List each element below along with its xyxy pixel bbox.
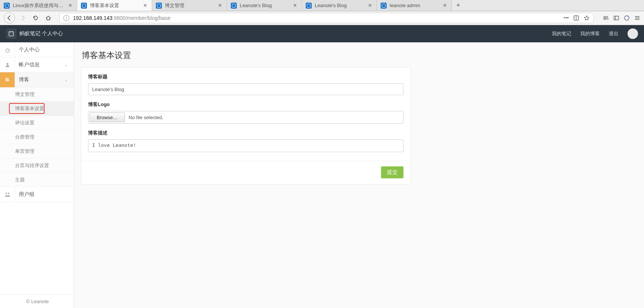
nav-logout[interactable]: 退出 <box>609 30 619 37</box>
sidebar-sub-label: 单页管理 <box>15 148 34 155</box>
svg-point-9 <box>6 193 7 194</box>
favicon-icon <box>81 3 87 9</box>
sidebar-item-label: 博客 <box>15 76 64 83</box>
divider <box>81 161 410 161</box>
sidebar-item-account[interactable]: 帐户信息 ⌄ <box>0 57 74 72</box>
close-icon[interactable]: ✕ <box>292 3 298 9</box>
sidebar: 个人中心 帐户信息 ⌄ B 博客 ⌄ 博文管理 博客基本设置 评论设置 分类管理… <box>0 42 74 308</box>
svg-rect-4 <box>9 31 13 36</box>
header-nav: 我的笔记 我的博客 退出 <box>552 28 638 39</box>
sidebar-sub-label: 主题 <box>15 176 25 183</box>
svg-point-5 <box>10 33 11 33</box>
new-tab-button[interactable]: + <box>452 0 465 11</box>
browse-button[interactable]: Browse… <box>90 112 125 122</box>
bookmark-star-icon[interactable] <box>584 15 590 21</box>
file-picker[interactable]: Browse… No file selected. <box>88 111 403 124</box>
nav-my-blog[interactable]: 我的博客 <box>580 30 600 37</box>
site-info-icon[interactable]: i <box>63 15 69 21</box>
close-icon[interactable]: ✕ <box>367 3 373 9</box>
app-header: 蚂蚁笔记 个人中心 我的笔记 我的博客 退出 <box>0 25 644 42</box>
sidebar-sub-blog-base[interactable]: 博客基本设置 <box>0 102 74 116</box>
tab-title: Leanote's Blog <box>240 3 290 8</box>
user-icon <box>0 57 15 72</box>
sidebar-sub-theme[interactable]: 主题 <box>0 173 74 187</box>
close-icon[interactable]: ✕ <box>67 3 73 9</box>
more-icon[interactable]: ••• <box>563 15 569 21</box>
close-icon[interactable]: ✕ <box>142 3 148 9</box>
favicon-icon <box>306 3 312 9</box>
svg-point-6 <box>12 33 13 33</box>
sidebar-footer: © Leanote <box>0 295 74 308</box>
form-actions: 提交 <box>88 166 403 178</box>
label-blog-title: 博客标题 <box>88 73 403 80</box>
favicon-icon <box>381 3 387 9</box>
sidebar-sub-comment[interactable]: 评论设置 <box>0 116 74 130</box>
submit-button[interactable]: 提交 <box>381 166 403 178</box>
input-blog-title[interactable] <box>88 83 403 95</box>
sidebar-sub-label: 分页与排序设置 <box>15 162 49 169</box>
browser-tab[interactable]: Leanote's Blog ✕ <box>302 0 377 11</box>
sidebar-item-label: 帐户信息 <box>15 61 64 68</box>
form-group-logo: 博客Logo Browse… No file selected. <box>88 101 403 124</box>
sidebar-toggle-icon[interactable] <box>613 15 619 21</box>
page-title: 博客基本设置 <box>82 50 637 61</box>
tab-title: leanote admin <box>390 3 439 8</box>
back-button[interactable] <box>4 12 15 24</box>
favicon-icon <box>4 3 10 9</box>
sidebar-item-usergroup[interactable]: 用户组 <box>0 187 74 202</box>
form-group-desc: 博客描述 <box>88 130 403 153</box>
browser-tab-strip: Linux操作系统使用与命令 ✕ 博客基本设置 ✕ 博文管理 ✕ Leanote… <box>0 0 644 11</box>
browser-toolbar: i 192.168.149.143:9800/member/blog/base … <box>0 11 644 25</box>
sidebar-sub-label: 评论设置 <box>15 120 34 126</box>
home-button[interactable] <box>43 13 53 23</box>
form-group-title: 博客标题 <box>88 73 403 95</box>
browser-tab[interactable]: 博文管理 ✕ <box>152 0 227 11</box>
tab-title: 博客基本设置 <box>90 2 140 9</box>
chevron-down-icon: ⌄ <box>64 77 74 82</box>
file-status: No file selected. <box>129 115 163 120</box>
browser-tab[interactable]: Linux操作系统使用与命令 ✕ <box>0 0 77 11</box>
browser-tab[interactable]: Leanote's Blog ✕ <box>227 0 302 11</box>
url-text: 192.168.149.143:9800/member/blog/base <box>73 15 170 21</box>
app-brand: 蚂蚁笔记 个人中心 <box>19 30 63 37</box>
address-bar[interactable]: i 192.168.149.143:9800/member/blog/base … <box>59 13 594 23</box>
svg-point-8 <box>6 63 8 65</box>
library-icon[interactable] <box>603 15 609 21</box>
label-blog-desc: 博客描述 <box>88 130 403 136</box>
sidebar-item-label: 用户组 <box>15 191 74 198</box>
shield-icon[interactable] <box>624 15 630 21</box>
browser-tab[interactable]: leanote admin ✕ <box>377 0 452 11</box>
avatar[interactable] <box>628 28 638 39</box>
sidebar-sub-single[interactable]: 单页管理 <box>0 144 74 158</box>
menu-icon[interactable] <box>634 15 640 21</box>
favicon-icon <box>231 3 237 9</box>
tab-title: Leanote's Blog <box>315 3 365 8</box>
sidebar-item-blog[interactable]: B 博客 ⌄ <box>0 72 74 87</box>
forward-button[interactable] <box>18 13 28 23</box>
input-blog-desc[interactable] <box>88 139 403 152</box>
tab-title: 博文管理 <box>165 2 215 9</box>
dashboard-icon <box>0 42 15 57</box>
reader-icon[interactable] <box>573 15 579 21</box>
chevron-down-icon: ⌄ <box>64 62 74 67</box>
reload-button[interactable] <box>31 13 40 23</box>
tab-title: Linux操作系统使用与命令 <box>13 2 65 9</box>
favicon-icon <box>156 3 162 9</box>
svg-rect-1 <box>614 16 619 20</box>
app-logo-icon <box>6 28 16 39</box>
blog-icon: B <box>0 72 15 87</box>
browser-tab[interactable]: 博客基本设置 ✕ <box>77 0 152 11</box>
sidebar-sub-label: 博文管理 <box>15 91 34 98</box>
sidebar-item-personal[interactable]: 个人中心 <box>0 42 74 57</box>
nav-my-notes[interactable]: 我的笔记 <box>552 30 571 37</box>
users-icon <box>0 187 15 202</box>
close-icon[interactable]: ✕ <box>217 3 223 9</box>
label-blog-logo: 博客Logo <box>88 101 403 108</box>
sidebar-sub-category[interactable]: 分类管理 <box>0 130 74 144</box>
sidebar-sub-paging[interactable]: 分页与排序设置 <box>0 158 74 173</box>
close-icon[interactable]: ✕ <box>442 3 448 9</box>
main-content: 博客基本设置 博客标题 博客Logo Browse… No file selec… <box>74 42 644 308</box>
sidebar-sub-post-manage[interactable]: 博文管理 <box>0 87 74 102</box>
settings-panel: 博客标题 博客Logo Browse… No file selected. 博客… <box>81 67 411 185</box>
svg-point-3 <box>628 16 629 17</box>
